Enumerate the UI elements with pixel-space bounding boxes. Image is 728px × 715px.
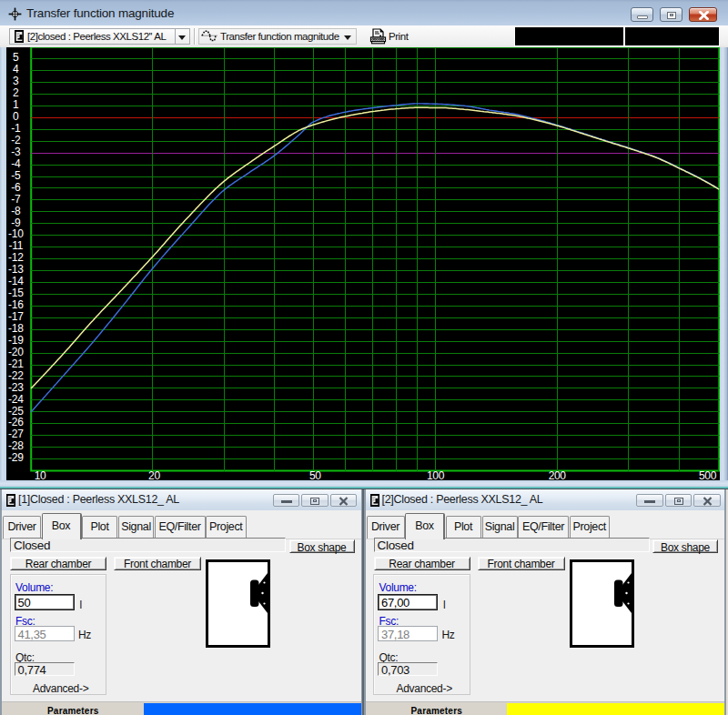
svg-text:10: 10: [34, 469, 46, 480]
svg-text:-29: -29: [8, 451, 24, 464]
svg-text:-19: -19: [8, 334, 24, 347]
svg-text:-27: -27: [8, 428, 24, 440]
svg-text:-2: -2: [11, 134, 21, 146]
svg-text:-5: -5: [11, 169, 21, 182]
svg-text:-4: -4: [11, 157, 21, 170]
svg-text:-17: -17: [8, 310, 24, 323]
svg-text:-24: -24: [8, 393, 24, 406]
svg-text:5: 5: [13, 51, 19, 64]
svg-text:2: 2: [13, 86, 19, 99]
svg-text:-9: -9: [11, 217, 21, 229]
svg-text:-14: -14: [8, 275, 24, 287]
svg-text:-23: -23: [8, 381, 24, 394]
svg-text:-25: -25: [8, 405, 24, 418]
svg-text:-20: -20: [8, 346, 24, 358]
svg-text:-18: -18: [8, 322, 24, 335]
svg-text:-15: -15: [8, 287, 24, 299]
svg-text:-3: -3: [11, 146, 21, 158]
svg-text:20: 20: [148, 469, 160, 480]
svg-text:100: 100: [426, 469, 444, 480]
svg-text:-16: -16: [8, 298, 24, 311]
svg-text:0: 0: [13, 110, 19, 123]
svg-text:-13: -13: [8, 263, 24, 276]
svg-text:-22: -22: [8, 369, 24, 382]
svg-text:-11: -11: [8, 239, 23, 252]
svg-text:-12: -12: [8, 251, 24, 264]
svg-text:3: 3: [13, 75, 19, 87]
svg-text:4: 4: [13, 63, 19, 76]
svg-text:200: 200: [548, 469, 566, 480]
svg-text:500: 500: [698, 469, 716, 480]
svg-text:-21: -21: [8, 358, 24, 370]
svg-text:-7: -7: [11, 193, 21, 206]
svg-text:-28: -28: [8, 439, 24, 452]
svg-text:-10: -10: [8, 227, 24, 240]
svg-text:1: 1: [13, 98, 19, 111]
svg-text:-6: -6: [11, 181, 21, 194]
svg-text:-1: -1: [11, 122, 21, 135]
svg-text:50: 50: [308, 469, 320, 480]
svg-text:-26: -26: [8, 416, 24, 428]
svg-text:-8: -8: [11, 205, 21, 217]
